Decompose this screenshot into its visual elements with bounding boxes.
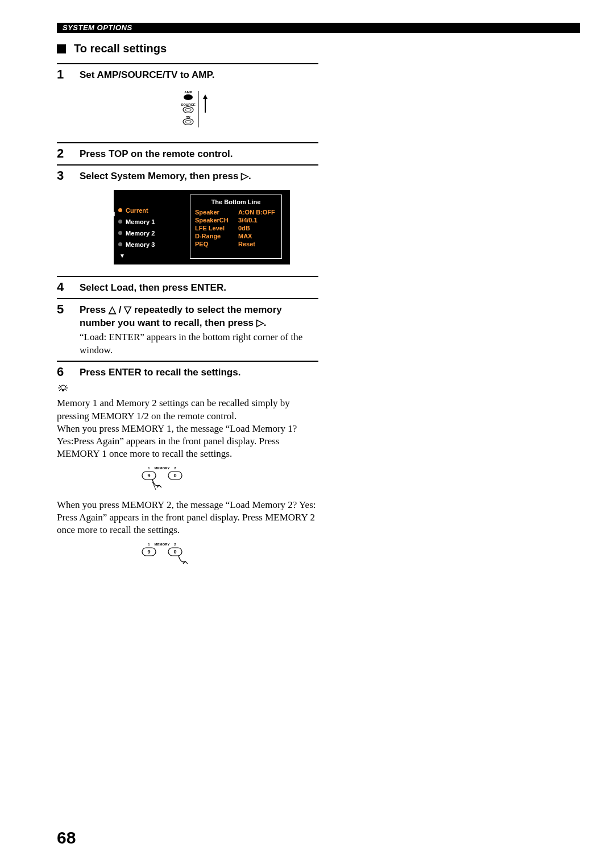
amp-source-tv-switch-diagram: AMP SOURCE TV bbox=[80, 88, 318, 131]
left-arrow-icon: ◀ bbox=[110, 210, 115, 217]
step-6: 6 Press ENTER to recall the settings. bbox=[57, 361, 318, 379]
step-number: 6 bbox=[57, 365, 72, 379]
header-bar bbox=[57, 23, 580, 33]
page-number: 68 bbox=[57, 828, 76, 848]
step-number: 5 bbox=[57, 303, 72, 357]
step-5: 5 Press △ / ▽ repeatedly to select the m… bbox=[57, 298, 318, 357]
osd-menu-memory3: Memory 3 bbox=[118, 241, 186, 248]
svg-text:MEMORY: MEMORY bbox=[155, 466, 170, 470]
svg-text:AMP: AMP bbox=[184, 90, 192, 94]
osd-menu-label: Memory 3 bbox=[126, 241, 155, 248]
svg-rect-18 bbox=[62, 390, 64, 391]
step-3: 3 Select System Memory, then press ▷. ◀ … bbox=[57, 164, 318, 272]
osd-v: A:ON B:OFF bbox=[238, 209, 275, 216]
step-text-part: . bbox=[264, 317, 267, 328]
tip-paragraph-3: When you press MEMORY 2, the message “Lo… bbox=[57, 499, 318, 536]
svg-point-4 bbox=[185, 108, 191, 111]
svg-point-6 bbox=[183, 118, 193, 125]
step-text: Select System Memory, then press ▷. bbox=[80, 170, 318, 183]
svg-text:1: 1 bbox=[148, 543, 150, 546]
step-text-part: . bbox=[248, 171, 251, 181]
svg-line-15 bbox=[65, 385, 67, 387]
step-text: Select Load, then press ENTER. bbox=[80, 282, 318, 295]
svg-line-13 bbox=[59, 389, 61, 391]
osd-details-title: The Bottom Line bbox=[195, 199, 277, 205]
step-text-part: Select System Memory, then press bbox=[80, 171, 241, 181]
tip-paragraph-1: Memory 1 and Memory 2 settings can be re… bbox=[57, 397, 318, 422]
osd-menu-label: Memory 2 bbox=[126, 230, 155, 237]
osd-k: D-Range bbox=[195, 233, 235, 239]
section-title: To recall settings bbox=[74, 42, 167, 55]
step-number: 4 bbox=[57, 280, 72, 295]
step-4: 4 Select Load, then press ENTER. bbox=[57, 276, 318, 295]
right-triangle-icon: ▷ bbox=[241, 171, 248, 181]
tip-icon bbox=[57, 383, 318, 395]
svg-text:2: 2 bbox=[174, 543, 176, 546]
dot-icon bbox=[118, 208, 122, 212]
osd-menu-label: Current bbox=[126, 207, 148, 214]
svg-point-17 bbox=[61, 385, 65, 390]
dot-icon bbox=[118, 242, 122, 246]
svg-text:1: 1 bbox=[148, 466, 150, 470]
header-label: SYSTEM OPTIONS bbox=[63, 23, 132, 32]
step-text-part: Press bbox=[80, 304, 109, 315]
memory-buttons-diagram-1: 1 MEMORY 2 9 0 bbox=[136, 465, 318, 492]
step-text: Set AMP/SOURCE/TV to AMP. bbox=[80, 69, 318, 82]
osd-k: LFE Level bbox=[195, 225, 235, 232]
down-triangle-icon: ▽ bbox=[124, 304, 131, 315]
step-text-part: / bbox=[116, 304, 124, 315]
step-text: Press △ / ▽ repeatedly to select the mem… bbox=[80, 304, 318, 330]
step-1: 1 Set AMP/SOURCE/TV to AMP. AMP SOURCE T… bbox=[57, 63, 318, 139]
svg-text:0: 0 bbox=[173, 549, 176, 555]
osd-k: SpeakerCH bbox=[195, 217, 235, 224]
osd-menu-memory1: Memory 1 bbox=[118, 218, 186, 225]
step-text: Press TOP on the remote control. bbox=[80, 148, 318, 161]
tip-paragraph-2: When you press MEMORY 1, the message “Lo… bbox=[57, 423, 318, 460]
step-2: 2 Press TOP on the remote control. bbox=[57, 142, 318, 161]
step-body-text: “Load: ENTER” appears in the bottom righ… bbox=[80, 331, 318, 357]
osd-screen: ◀ Current Memory 1 Memory 2 bbox=[114, 190, 290, 264]
osd-menu-label: Memory 1 bbox=[126, 218, 155, 225]
osd-v: 3/4/0.1 bbox=[238, 217, 258, 224]
step-text: Press ENTER to recall the settings. bbox=[80, 366, 318, 379]
svg-text:2: 2 bbox=[174, 466, 176, 470]
svg-point-3 bbox=[183, 106, 193, 113]
osd-k: Speaker bbox=[195, 209, 235, 216]
osd-v: Reset bbox=[238, 241, 255, 247]
svg-line-12 bbox=[59, 385, 61, 387]
osd-menu-current: Current bbox=[118, 207, 186, 214]
square-bullet-icon bbox=[57, 44, 66, 53]
memory-buttons-diagram-2: 1 MEMORY 2 9 0 bbox=[136, 541, 318, 568]
svg-text:MEMORY: MEMORY bbox=[155, 543, 170, 546]
dot-icon bbox=[118, 220, 122, 224]
osd-menu-memory2: Memory 2 bbox=[118, 230, 186, 237]
svg-marker-10 bbox=[203, 94, 208, 99]
up-triangle-icon: △ bbox=[109, 304, 116, 315]
content-column: To recall settings 1 Set AMP/SOURCE/TV t… bbox=[57, 42, 318, 575]
osd-v: 0dB bbox=[238, 225, 250, 232]
osd-v: MAX bbox=[238, 233, 252, 239]
step-number: 3 bbox=[57, 169, 72, 272]
step-number: 1 bbox=[57, 68, 72, 139]
down-arrow-icon: ▼ bbox=[119, 253, 186, 259]
osd-menu: ◀ Current Memory 1 Memory 2 bbox=[118, 195, 186, 259]
svg-text:9: 9 bbox=[147, 473, 150, 478]
dot-icon bbox=[118, 231, 122, 235]
svg-line-16 bbox=[65, 389, 67, 391]
svg-text:SOURCE: SOURCE bbox=[181, 103, 196, 106]
osd-details: The Bottom Line SpeakerA:ON B:OFF Speake… bbox=[190, 195, 282, 259]
svg-text:0: 0 bbox=[173, 473, 176, 478]
osd-k: PEQ bbox=[195, 241, 235, 247]
svg-text:9: 9 bbox=[147, 549, 150, 555]
svg-point-1 bbox=[184, 94, 193, 100]
step-number: 2 bbox=[57, 147, 72, 161]
right-triangle-icon: ▷ bbox=[256, 317, 264, 328]
svg-point-7 bbox=[185, 120, 191, 123]
section-title-row: To recall settings bbox=[57, 42, 318, 55]
